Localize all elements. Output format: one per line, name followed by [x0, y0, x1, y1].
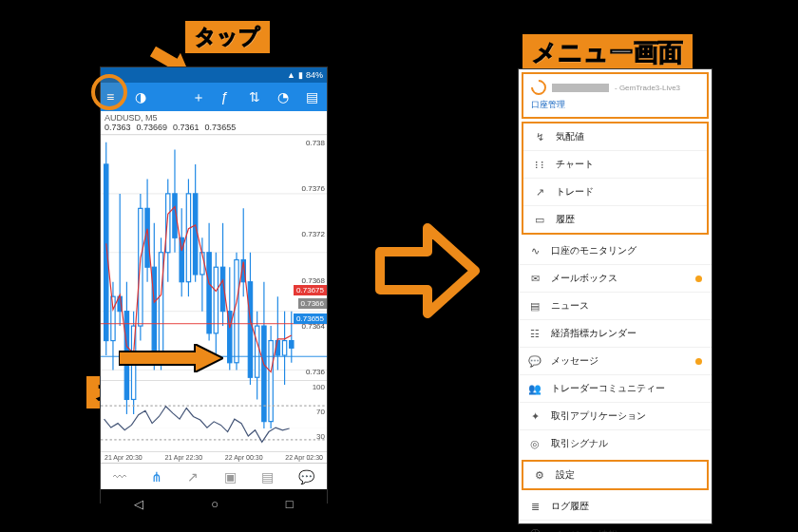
badge-dot: [695, 358, 702, 365]
arrow-swipe: [119, 344, 223, 372]
menu-label: 取引アプリケーション: [551, 409, 646, 423]
svg-rect-26: [166, 194, 170, 253]
menu-label: バージョン情報: [551, 528, 618, 533]
menu-item[interactable]: 💬 メッセージ: [519, 347, 712, 374]
menu-label: 設定: [556, 468, 575, 482]
chart-icon: ⫶⫶: [533, 159, 546, 170]
menu-label: メールボックス: [551, 272, 618, 285]
chart-type-icon[interactable]: ⇅: [249, 89, 264, 104]
signal-icon: ▮: [298, 70, 303, 80]
svg-rect-18: [139, 208, 142, 326]
nav-recent-icon[interactable]: □: [286, 497, 294, 511]
menu-item[interactable]: ∿ 口座のモニタリング: [519, 238, 712, 264]
apps-icon: ✦: [528, 410, 542, 423]
svg-rect-50: [248, 282, 252, 378]
community-icon: 👥: [528, 383, 542, 395]
ohlc-row: 0.7363 0.73669 0.7361 0.73655: [101, 123, 327, 134]
y-axis-labels: 0.738 0.7376 0.7372 0.7368 0.7364 0.736: [302, 135, 325, 380]
menu-label: 取引シグナル: [551, 437, 608, 450]
account-box[interactable]: - GemTrade3-Live3 口座管理: [522, 72, 709, 119]
menu-item[interactable]: ✉ メールボックス: [519, 264, 712, 292]
oscillator-chart[interactable]: 100 70 30: [101, 381, 327, 452]
menu-item[interactable]: 👥 トレーダーコミュニティー: [519, 374, 712, 402]
menu-item[interactable]: ✦ 取引アプリケーション: [519, 402, 712, 429]
menu-label: ニュース: [551, 299, 589, 313]
calendar-icon: ☷: [528, 328, 542, 340]
svg-rect-38: [207, 253, 211, 333]
menu-item[interactable]: ↗ トレード: [523, 178, 707, 205]
svg-marker-67: [119, 344, 223, 372]
news-icon: ▤: [528, 300, 542, 313]
timeframe-icon[interactable]: ◔: [277, 89, 293, 104]
phone-chart-screen: ▲ ▮ 84% ≡ ◑ ＋ ƒ ⇅ ◔ ▤ AUDUSD, M5 0.7363 …: [100, 66, 328, 504]
menu-label: メッセージ: [551, 354, 598, 368]
osc-tick: 70: [316, 408, 325, 416]
callout-menu-title: メニュー画面: [521, 32, 694, 73]
svg-marker-68: [380, 228, 475, 314]
menu-item[interactable]: ⓘ バージョン情報: [519, 520, 712, 532]
svg-rect-20: [145, 208, 149, 267]
svg-rect-24: [159, 253, 162, 355]
log-icon: ≣: [528, 501, 542, 513]
osc-tick: 100: [313, 383, 325, 391]
menu-label: 経済指標カレンダー: [551, 327, 636, 340]
svg-rect-34: [193, 194, 197, 275]
svg-rect-22: [152, 267, 156, 355]
quotes-icon: ↯: [533, 131, 546, 143]
broker-logo-icon: [528, 77, 550, 99]
svg-rect-32: [186, 194, 190, 282]
hamburger-icon[interactable]: ≡: [106, 89, 122, 104]
nav-home-icon[interactable]: ○: [211, 497, 218, 511]
price-marker-bid: 0.73655: [294, 314, 327, 324]
menu-label: 履歴: [556, 213, 575, 226]
wifi-icon: ▲: [287, 70, 295, 80]
svg-rect-60: [282, 341, 286, 355]
tab-chat-icon[interactable]: 💬: [298, 469, 314, 484]
menu-item[interactable]: ▭ 履歴: [523, 205, 707, 233]
mail-icon: ✉: [528, 273, 542, 285]
menu-label: トレード: [556, 185, 594, 199]
menu-label: チャート: [556, 158, 594, 171]
battery-label: 84%: [306, 70, 323, 80]
menu-item[interactable]: ▤ ニュース: [519, 292, 712, 319]
info-icon: ⓘ: [528, 527, 542, 532]
menu-item[interactable]: ↯ 気配値: [523, 124, 707, 150]
arrow-transition: [375, 223, 480, 318]
menu-label: 気配値: [556, 130, 584, 143]
new-order-icon[interactable]: ▤: [306, 89, 321, 104]
tab-candle-icon[interactable]: ⋔: [151, 469, 162, 484]
tab-news-icon[interactable]: ▤: [261, 469, 274, 484]
history-icon: ▭: [533, 214, 546, 226]
menu-item[interactable]: ◎ 取引シグナル: [519, 429, 712, 457]
price-marker-last: 0.7366: [298, 298, 327, 309]
badge-dot: [695, 276, 702, 282]
menu-item[interactable]: ⫶⫶ チャート: [523, 150, 707, 178]
manage-account-link[interactable]: 口座管理: [531, 99, 699, 111]
svg-rect-62: [290, 341, 294, 349]
menu-tail: ≣ ログ履歴 ⓘ バージョン情報: [519, 493, 712, 532]
menu-label: トレーダーコミュニティー: [551, 382, 665, 395]
account-name-masked: [552, 84, 609, 92]
svg-rect-10: [111, 296, 115, 340]
gear-icon: ⚙: [533, 469, 546, 482]
menu-item-settings[interactable]: ⚙ 設定: [523, 462, 707, 488]
indicator-f-icon[interactable]: ƒ: [220, 89, 236, 104]
menu-item[interactable]: ≣ ログ履歴: [519, 493, 712, 520]
tab-line-icon[interactable]: 〰: [113, 469, 126, 484]
svg-rect-46: [235, 259, 238, 362]
phone-menu-screen: - GemTrade3-Live3 口座管理 ↯ 気配値 ⫶⫶ チャート ↗ ト…: [518, 68, 712, 524]
symbol-label: AUDUSD, M5: [101, 111, 327, 123]
status-bar: ▲ ▮ 84%: [101, 67, 327, 83]
nav-back-icon[interactable]: ◁: [134, 497, 143, 511]
tab-inbox-icon[interactable]: ▣: [224, 469, 237, 484]
menu-secondary: ∿ 口座のモニタリング ✉ メールボックス ▤ ニュース ☷ 経済指標カレンダー…: [519, 238, 712, 457]
menu-settings-box: ⚙ 設定: [522, 460, 709, 490]
trade-icon: ↗: [533, 186, 546, 199]
menu-item[interactable]: ☷ 経済指標カレンダー: [519, 319, 712, 347]
crosshair-icon[interactable]: ＋: [192, 89, 207, 104]
server-label: - GemTrade3-Live3: [615, 84, 680, 92]
bottom-tabbar: 〰 ⋔ ↗ ▣ ▤ 💬: [101, 463, 327, 489]
monitor-icon: ∿: [528, 245, 542, 257]
menu-label: ログ履歴: [551, 500, 589, 513]
tab-trend-icon[interactable]: ↗: [187, 469, 199, 484]
